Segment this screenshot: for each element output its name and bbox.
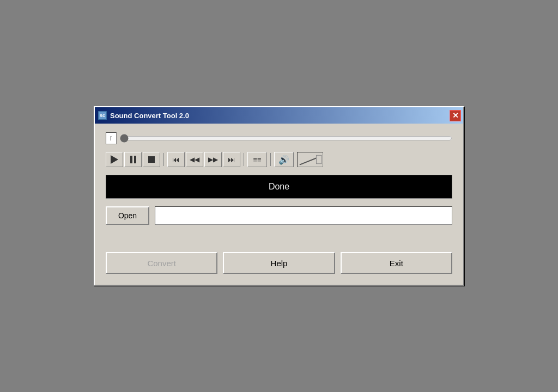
fast-forward-icon: ▶▶	[208, 156, 218, 163]
app-icon: sc	[98, 111, 107, 120]
window-content: ⌈	[95, 124, 463, 285]
volume-slider-graphic	[298, 152, 323, 167]
pause-button[interactable]	[124, 152, 142, 167]
stop-icon	[148, 156, 155, 163]
rewind-icon: ◀◀	[190, 156, 199, 163]
exit-button[interactable]: Exit	[341, 252, 452, 274]
fast-forward-button[interactable]: ▶▶	[204, 152, 222, 167]
play-button[interactable]	[106, 152, 123, 167]
transport-bar: ⏮ ◀◀ ▶▶ ⏭ ≡≡ 🔊	[106, 150, 452, 169]
volume-icon: 🔊	[278, 155, 289, 165]
file-path-input[interactable]	[155, 206, 452, 225]
skip-start-button[interactable]: ⏮	[167, 152, 185, 167]
status-display: Done	[106, 175, 452, 199]
open-button[interactable]: Open	[106, 206, 149, 225]
seek-slider[interactable]	[120, 133, 452, 144]
equalizer-button[interactable]: ≡≡	[247, 152, 267, 167]
seek-position-box: ⌈	[106, 132, 117, 144]
skip-end-button[interactable]: ⏭	[223, 152, 240, 167]
seek-bar-container: ⌈	[106, 132, 452, 144]
seek-range-input[interactable]	[120, 133, 452, 144]
volume-slider-box[interactable]	[297, 152, 323, 167]
window-title: Sound Convert Tool 2.0	[110, 112, 189, 120]
open-row: Open	[106, 206, 452, 225]
spacer	[106, 230, 452, 247]
convert-button[interactable]: Convert	[106, 252, 217, 274]
separator-3	[270, 153, 271, 166]
play-icon	[111, 155, 118, 164]
status-text: Done	[269, 182, 289, 192]
separator-1	[163, 153, 164, 166]
main-window: sc Sound Convert Tool 2.0 ✕ ⌈	[94, 106, 464, 286]
title-bar: sc Sound Convert Tool 2.0 ✕	[95, 107, 463, 124]
separator-2	[244, 153, 244, 166]
svg-rect-1	[317, 155, 322, 163]
skip-start-icon: ⏮	[172, 156, 180, 163]
skip-end-icon: ⏭	[228, 156, 235, 163]
title-bar-left: sc Sound Convert Tool 2.0	[98, 111, 189, 120]
volume-button[interactable]: 🔊	[274, 152, 294, 167]
stop-button[interactable]	[143, 152, 160, 167]
bottom-buttons: Convert Help Exit	[106, 252, 452, 274]
equalizer-icon: ≡≡	[253, 156, 261, 164]
rewind-button[interactable]: ◀◀	[186, 152, 203, 167]
pause-icon	[130, 156, 136, 163]
close-button[interactable]: ✕	[450, 110, 461, 121]
help-button[interactable]: Help	[223, 252, 335, 274]
